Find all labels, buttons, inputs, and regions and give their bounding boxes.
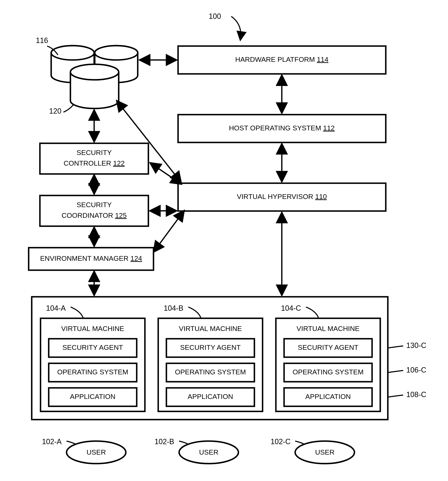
hardware-platform-label: HARDWARE PLATFORM	[235, 55, 315, 63]
vm-b-title: VIRTUAL MACHINE	[179, 325, 242, 332]
vm-a-app: APPLICATION	[70, 393, 115, 400]
hardware-platform-box: HARDWARE PLATFORM 114	[178, 46, 386, 74]
security-controller-line2: CONTROLLER	[64, 159, 111, 167]
hypervisor-ref: 110	[315, 193, 327, 200]
svg-text:HARDWARE PLATFORM
      
    1: HARDWARE PLATFORM 114	[235, 55, 328, 63]
vm-b: 104-B VIRTUAL MACHINE SECURITY AGENT OPE…	[158, 304, 262, 411]
user-b-label: USER	[199, 448, 218, 456]
vm-a-agent: SECURITY AGENT	[62, 344, 123, 351]
security-coord-line1: SECURITY	[76, 201, 112, 209]
vm-c-os: OPERATING SYSTEM	[293, 368, 364, 376]
user-c-label: USER	[315, 448, 334, 456]
security-controller-line1: SECURITY	[76, 149, 112, 156]
svg-point-2	[51, 46, 94, 60]
vm-a-os: OPERATING SYSTEM	[57, 368, 128, 376]
user-a-label: USER	[87, 448, 106, 456]
svg-point-4	[95, 46, 138, 60]
vm-a: 104-A VIRTUAL MACHINE SECURITY AGENT OPE…	[41, 304, 145, 411]
svg-point-5	[70, 64, 119, 80]
svg-text:100: 100	[209, 12, 221, 21]
svg-rect-14	[40, 143, 148, 174]
vm-c-agent: SECURITY AGENT	[298, 344, 358, 351]
vm-a-title: VIRTUAL MACHINE	[61, 325, 124, 332]
env-manager-box: ENVIRONMENT MANAGER 124	[29, 248, 154, 270]
svg-line-43	[155, 212, 183, 251]
svg-text:ENVIRONMENT MANAGER
      
   : ENVIRONMENT MANAGER 124	[40, 255, 142, 262]
vm-c-title: VIRTUAL MACHINE	[297, 325, 360, 332]
vm-b-app: APPLICATION	[188, 393, 233, 400]
vm-c-side-refs: 130-C 106-C 108-C	[388, 341, 426, 399]
user-a-ref: 102-A	[42, 437, 62, 446]
security-controller-box: SECURITY CONTROLLER 122	[40, 143, 148, 174]
user-b-ref: 102-B	[155, 437, 174, 446]
user-b: 102-B USER	[155, 437, 239, 464]
svg-text:120: 120	[49, 107, 61, 115]
vm-c-ref: 104-C	[281, 304, 301, 312]
ref-120: 120	[49, 104, 74, 115]
svg-text:CONTROLLER
      
    122: CONTROLLER 122	[64, 159, 125, 167]
security-coord-ref: 125	[115, 211, 127, 219]
vm-c: 104-C VIRTUAL MACHINE SECURITY AGENT OPE…	[276, 304, 380, 411]
user-c-ref: 102-C	[270, 437, 291, 446]
ref-106c: 106-C	[406, 366, 426, 374]
hypervisor-box: VIRTUAL HYPERVISOR 110	[178, 183, 386, 211]
user-a: 102-A USER	[42, 437, 126, 464]
vm-a-ref: 104-A	[46, 304, 66, 312]
host-os-box: HOST OPERATING SYSTEM 112	[178, 115, 386, 143]
vm-b-os: OPERATING SYSTEM	[175, 368, 246, 376]
storage-cyl-front	[70, 64, 119, 108]
svg-text:HOST OPERATING SYSTEM
      
 : HOST OPERATING SYSTEM 112	[229, 124, 335, 132]
env-manager-label: ENVIRONMENT MANAGER	[40, 255, 128, 262]
vm-b-ref: 104-B	[164, 304, 183, 312]
security-coordinator-box: SECURITY COORDINATOR 125	[40, 195, 148, 226]
ref-108c: 108-C	[406, 390, 426, 399]
diagram-canvas: 100 116 120 HARDWARE PLATFORM 114 HOST O…	[0, 0, 448, 481]
ref-130c: 130-C	[406, 341, 426, 350]
vm-c-app: APPLICATION	[305, 393, 351, 400]
hypervisor-label: VIRTUAL HYPERVISOR	[237, 193, 313, 200]
storage-cluster	[51, 46, 138, 108]
host-os-ref: 112	[323, 124, 335, 132]
vm-b-agent: SECURITY AGENT	[180, 344, 241, 351]
hardware-platform-ref: 114	[317, 55, 329, 63]
figure-ref-100: 100	[209, 12, 241, 39]
user-c: 102-C USER	[270, 437, 354, 464]
svg-line-42	[151, 164, 180, 183]
svg-text:COORDINATOR
      
    125: COORDINATOR 125	[62, 211, 127, 219]
security-controller-ref: 122	[113, 159, 125, 167]
host-os-label: HOST OPERATING SYSTEM	[229, 124, 321, 132]
svg-text:VIRTUAL HYPERVISOR
      
    : VIRTUAL HYPERVISOR 110	[237, 193, 327, 200]
env-manager-ref: 124	[130, 255, 142, 262]
security-coord-line2: COORDINATOR	[62, 211, 113, 219]
svg-text:116: 116	[36, 36, 48, 45]
svg-rect-16	[40, 195, 148, 226]
